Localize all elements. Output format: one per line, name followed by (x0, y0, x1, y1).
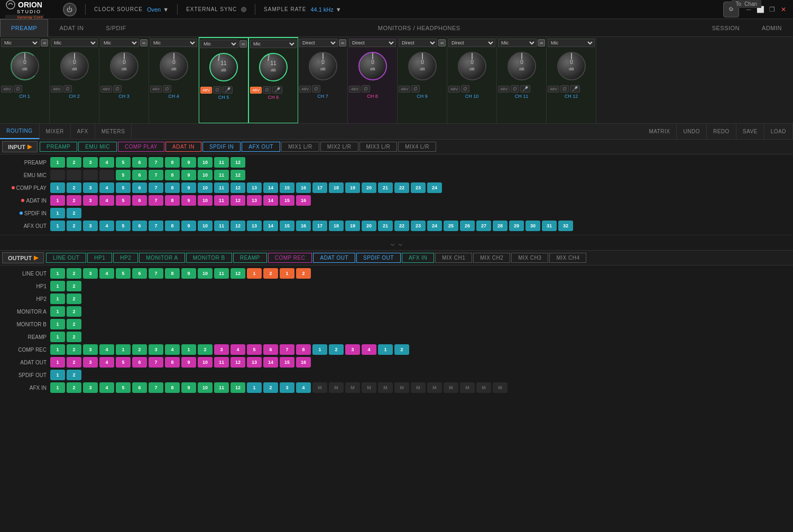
cell-afxi-m4[interactable]: M (362, 382, 376, 393)
ch12-phase-button[interactable]: ∅ (560, 85, 569, 93)
cell-cp-16[interactable]: 16 (296, 182, 311, 193)
cell-afxi-4[interactable]: 4 (99, 382, 114, 393)
cell-cp-18[interactable]: 18 (329, 182, 344, 193)
cell-preamp-2[interactable]: 2 (67, 157, 81, 168)
cell-ao-18[interactable]: 18 (329, 221, 344, 231)
ch5-mic-button[interactable]: 🎤 (223, 86, 233, 94)
ch4-source-select[interactable]: Mic (150, 39, 197, 47)
cell-emu-12[interactable]: 12 (230, 170, 245, 180)
cell-ado-6[interactable]: 6 (132, 357, 147, 368)
cell-ao-20[interactable]: 20 (362, 221, 376, 231)
cell-afxi-c1[interactable]: 1 (247, 382, 262, 393)
cell-ai-13[interactable]: 13 (247, 195, 262, 206)
cell-ado-2[interactable]: 2 (67, 357, 81, 368)
cell-emu-11[interactable]: 11 (214, 170, 229, 180)
ch11-mic-button[interactable]: 🎤 (520, 85, 530, 93)
cell-afxi-6[interactable]: 6 (132, 382, 147, 393)
cell-ai-12[interactable]: 12 (230, 195, 245, 206)
ch4-phantom-button[interactable]: 48V (150, 86, 162, 93)
clock-source-value[interactable]: Oven (147, 6, 161, 13)
ch2-knob[interactable]: 0 dB (58, 49, 91, 83)
cell-lo-4[interactable]: 4 (99, 268, 114, 279)
cell-ma-1[interactable]: 1 (50, 306, 65, 317)
nav-undo[interactable]: UNDO (677, 124, 706, 139)
ch12-source-select[interactable]: Mic (548, 39, 595, 47)
ch8-source-select[interactable]: Direct (349, 39, 396, 47)
cell-preamp-8[interactable]: 8 (165, 157, 180, 168)
cell-cp-4[interactable]: 4 (99, 182, 114, 193)
cell-ai-8[interactable]: 8 (165, 195, 180, 206)
cell-ao-28[interactable]: 28 (493, 221, 508, 231)
close-button[interactable]: ✕ (779, 5, 788, 14)
col-header-hp2[interactable]: HP2 (113, 253, 138, 263)
cell-cp-19[interactable]: 19 (345, 182, 360, 193)
ch3-phantom-button[interactable]: 48V (100, 86, 112, 93)
col-header-afx-out[interactable]: AFX OUT (242, 142, 280, 152)
tab-admin[interactable]: ADMIN (751, 19, 793, 37)
cell-ao-5[interactable]: 5 (116, 221, 131, 231)
cell-ado-14[interactable]: 14 (263, 357, 278, 368)
ch10-knob[interactable]: 0 dB (455, 49, 489, 83)
ch11-source-select[interactable]: Mic (498, 39, 537, 47)
cell-ao-30[interactable]: 30 (525, 221, 540, 231)
ch3-phase-button[interactable]: ∅ (113, 85, 122, 93)
ch7-knob[interactable]: 0 dB (306, 49, 340, 83)
cell-lo-9[interactable]: 9 (181, 268, 196, 279)
cell-afxi-7[interactable]: 7 (149, 382, 163, 393)
cell-cp-22[interactable]: 22 (394, 182, 409, 193)
cell-afxi-m5[interactable]: M (378, 382, 393, 393)
cell-cp-6[interactable]: 6 (132, 182, 147, 193)
cell-afxi-m3[interactable]: M (345, 382, 360, 393)
col-header-mix-ch4[interactable]: MIX CH4 (549, 253, 586, 263)
col-header-adat-in[interactable]: ADAT IN (165, 142, 201, 152)
cell-cp-7[interactable]: 7 (149, 182, 163, 193)
cell-afxi-3[interactable]: 3 (83, 382, 98, 393)
ch7-phase-button[interactable]: ∅ (312, 85, 320, 93)
nav-afx[interactable]: AFX (71, 124, 95, 139)
nav-mixer[interactable]: MIXER (40, 124, 71, 139)
cell-ao-23[interactable]: 23 (411, 221, 426, 231)
ch9-link-button[interactable]: ∞ (438, 39, 446, 47)
cell-ai-3[interactable]: 3 (83, 195, 98, 206)
cell-lo-cr3[interactable]: 1 (280, 268, 294, 279)
nav-save[interactable]: SAVE (736, 124, 764, 139)
col-header-mix3lr[interactable]: MIX3 L/R (359, 142, 398, 152)
col-header-comp-rec[interactable]: COMP REC (268, 253, 312, 263)
ch10-source-select[interactable]: Direct (448, 39, 495, 47)
cell-cr-18[interactable]: 2 (329, 344, 344, 355)
col-header-mix-ch3[interactable]: MIX CH3 (511, 253, 548, 263)
cell-emu-7[interactable]: 7 (149, 170, 163, 180)
cell-cp-9[interactable]: 9 (181, 182, 196, 193)
ch2-phantom-button[interactable]: 48V (51, 86, 62, 93)
col-header-comp-play[interactable]: COMP PLAY (118, 142, 164, 152)
cell-afxi-m6[interactable]: M (394, 382, 409, 393)
cell-cr-7[interactable]: 3 (149, 344, 163, 355)
col-header-spdif-in[interactable]: SPDIF IN (202, 142, 241, 152)
cell-preamp-9[interactable]: 9 (181, 157, 196, 168)
cell-ao-3[interactable]: 3 (83, 221, 98, 231)
cell-lo-2[interactable]: 2 (67, 268, 81, 279)
cell-cr-9[interactable]: 1 (181, 344, 196, 355)
power-button[interactable]: ⏻ (63, 3, 77, 16)
ch1-phase-button[interactable]: ∅ (14, 85, 22, 93)
cell-cr-5[interactable]: 1 (116, 344, 131, 355)
cell-ai-9[interactable]: 9 (181, 195, 196, 206)
cell-ao-29[interactable]: 29 (509, 221, 524, 231)
ch9-knob[interactable]: 0 dB (405, 49, 439, 83)
cell-afxi-c3[interactable]: 3 (280, 382, 294, 393)
cell-cr-19[interactable]: 3 (345, 344, 360, 355)
cell-ao-8[interactable]: 8 (165, 221, 180, 231)
cell-preamp-10[interactable]: 10 (198, 157, 213, 168)
col-header-mix-ch2[interactable]: MIX CH2 (473, 253, 510, 263)
cell-ado-9[interactable]: 9 (181, 357, 196, 368)
cell-ao-26[interactable]: 26 (460, 221, 475, 231)
ch11-knob[interactable]: 0 dB (505, 49, 539, 83)
nav-matrix[interactable]: MATRIX (642, 124, 677, 139)
cell-ai-11[interactable]: 11 (214, 195, 229, 206)
ch9-phantom-button[interactable]: 48V (399, 86, 410, 93)
col-header-mix1lr[interactable]: MIX1 L/R (281, 142, 319, 152)
cell-lo-10[interactable]: 10 (198, 268, 213, 279)
cell-ao-4[interactable]: 4 (99, 221, 114, 231)
cell-ado-15[interactable]: 15 (280, 357, 294, 368)
cell-lo-7[interactable]: 7 (149, 268, 163, 279)
